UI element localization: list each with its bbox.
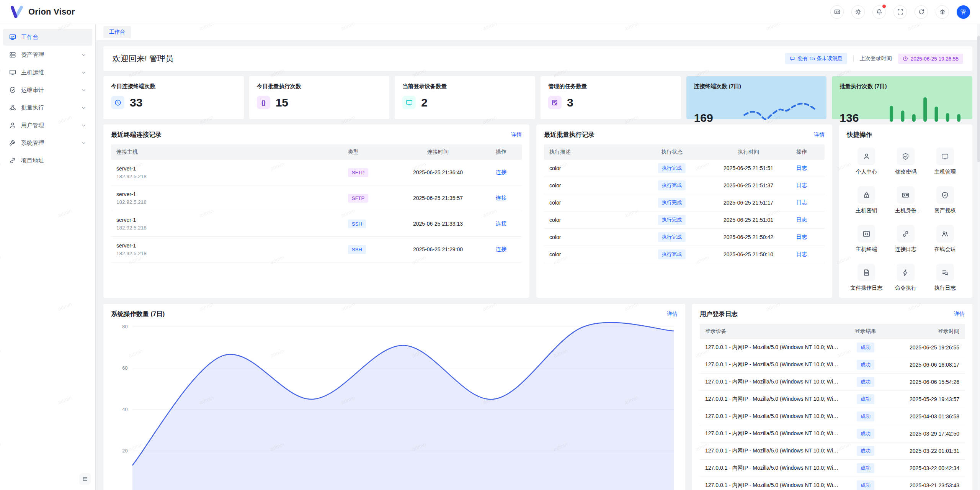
quick-action-change-password[interactable]: 修改密码	[886, 147, 926, 175]
svg-text:60: 60	[122, 365, 128, 371]
scrollbar[interactable]	[977, 24, 980, 490]
type-tag: SFTP	[348, 194, 368, 203]
sidebar-item-system[interactable]: 系统管理	[3, 134, 92, 151]
sidebar-item-host-ops[interactable]: 主机运维	[3, 64, 92, 81]
table-row: 127.0.0.1 - 内网IP - Mozilla/5.0 (Windows …	[700, 425, 965, 442]
quick-action-host-terminal[interactable]: 主机终端	[847, 225, 886, 253]
quick-action-host-identity[interactable]: 主机身份	[886, 186, 926, 214]
task-icon	[548, 96, 562, 109]
connect-time: 2025-06-25 21:35:57	[390, 195, 486, 201]
notification-button[interactable]	[872, 5, 886, 19]
unread-messages-chip[interactable]: 您有 15 条未读消息	[785, 53, 847, 64]
quick-action-asset-authorization[interactable]: 资产授权	[925, 186, 965, 214]
id-card-icon	[897, 186, 915, 204]
breadcrumb-item-workbench[interactable]: 工作台	[103, 26, 131, 38]
unread-messages-text: 您有 15 条未读消息	[798, 55, 843, 62]
table-row: color 执行完成 2025-06-25 21:50:10 日志	[544, 246, 825, 263]
log-link[interactable]: 日志	[796, 182, 807, 188]
exec-desc: color	[549, 251, 643, 257]
sidebar-item-label: 用户管理	[21, 122, 76, 129]
exec-desc: color	[549, 234, 643, 240]
quick-action-label: 资产授权	[925, 207, 965, 214]
terminal-detail-link[interactable]: 详情	[511, 131, 522, 138]
sidebar-item-batch[interactable]: 批量执行	[3, 99, 92, 116]
quick-action-label: 主机管理	[925, 169, 965, 175]
col-action: 操作	[796, 149, 819, 156]
theme-sun-icon	[855, 9, 861, 15]
sidebar-item-workbench[interactable]: 工作台	[3, 29, 92, 46]
connect-link[interactable]: 连接	[496, 220, 506, 226]
table-row: color 执行完成 2025-06-25 21:51:17 日志	[544, 194, 825, 211]
sidebar-item-project-url[interactable]: 项目地址	[3, 152, 92, 169]
log-link[interactable]: 日志	[796, 199, 807, 205]
chevron-down-icon	[81, 70, 86, 75]
settings-gear-icon	[939, 9, 946, 15]
table-header: 登录设备 登录结果 登录时间	[700, 324, 965, 339]
quick-action-label: 个人中心	[847, 169, 886, 175]
status-badge: 成功	[857, 360, 874, 370]
status-badge: 成功	[857, 377, 874, 387]
login-time: 2025-05-29 19:43:57	[887, 396, 959, 402]
login-device: 127.0.0.1 - 内网IP - Mozilla/5.0 (Windows …	[705, 465, 844, 472]
sidebar-item-users[interactable]: 用户管理	[3, 117, 92, 134]
log-link[interactable]: 日志	[796, 251, 807, 257]
connect-link[interactable]: 连接	[496, 169, 506, 175]
message-icon	[790, 56, 795, 61]
quick-action-label: 在线会话	[925, 246, 965, 253]
refresh-button[interactable]	[915, 5, 928, 19]
log-link[interactable]: 日志	[796, 165, 807, 171]
table-header: 执行描述 执行状态 执行时间 操作	[544, 144, 825, 160]
notification-dot	[882, 5, 886, 8]
assets-icon	[9, 51, 16, 58]
exec-time: 2025-06-25 21:51:17	[701, 200, 796, 206]
header-actions: 管	[830, 5, 970, 19]
quick-action-execution-log[interactable]: 执行日志	[925, 264, 965, 292]
quick-action-connection-log[interactable]: 连接日志	[886, 225, 926, 253]
host-ip: 182.92.5.218	[116, 174, 348, 179]
batch-nodes-icon	[9, 104, 16, 111]
table-row: 127.0.0.1 - 内网IP - Mozilla/5.0 (Windows …	[700, 460, 965, 477]
theme-button[interactable]	[851, 5, 865, 19]
fullscreen-button[interactable]	[893, 5, 907, 19]
code-button[interactable]	[830, 5, 844, 19]
monitor-icon	[936, 147, 954, 165]
log-link[interactable]: 日志	[796, 234, 807, 240]
col-host: 连接主机	[116, 149, 348, 156]
system-operations-chart-panel: 系统操作数量 (7日) 详情 0204060802025-06-192025-0…	[103, 304, 685, 490]
quick-actions-panel: 快捷操作 个人中心 修改密码 主机管理	[839, 125, 972, 298]
col-action: 操作	[486, 149, 516, 156]
collapse-sidebar-button[interactable]	[79, 473, 91, 485]
quick-action-host-keys[interactable]: 主机密钥	[847, 186, 886, 214]
host-name: server-1	[116, 217, 348, 223]
scrollbar-thumb[interactable]	[977, 36, 980, 162]
connect-link[interactable]: 连接	[496, 246, 506, 252]
sidebar-item-label: 运维审计	[21, 87, 76, 94]
quick-action-label: 主机密钥	[847, 207, 886, 214]
sidebar-item-audit[interactable]: 运维审计	[3, 82, 92, 98]
notification-bell-icon	[876, 9, 882, 15]
status-badge: 执行完成	[658, 198, 686, 208]
quick-action-profile[interactable]: 个人中心	[847, 147, 886, 175]
quick-action-command-execution[interactable]: 命令执行	[886, 264, 926, 292]
terminal-sparkline-chart	[740, 94, 819, 125]
quick-action-file-operation-log[interactable]: 文件操作日志	[847, 264, 886, 292]
col-device: 登录设备	[705, 328, 844, 335]
log-link[interactable]: 日志	[796, 216, 807, 223]
chevron-down-icon	[81, 52, 86, 57]
avatar[interactable]: 管	[957, 5, 970, 19]
table-row: color 执行完成 2025-06-25 21:51:01 日志	[544, 211, 825, 229]
quick-action-online-sessions[interactable]: 在线会话	[925, 225, 965, 253]
batch-executions-panel: 最近批量执行记录 详情 执行描述 执行状态 执行时间 操作 color 执行完成…	[536, 125, 832, 298]
sidebar-item-assets[interactable]: 资产管理	[3, 46, 92, 63]
quick-action-label: 执行日志	[925, 285, 965, 292]
batch-detail-link[interactable]: 详情	[814, 131, 825, 138]
quick-action-host-management[interactable]: 主机管理	[925, 147, 965, 175]
col-time: 连接时间	[390, 149, 486, 156]
connect-link[interactable]: 连接	[496, 195, 506, 201]
settings-button[interactable]	[936, 5, 949, 19]
sidebar-item-label: 主机运维	[21, 69, 76, 76]
login-detail-link[interactable]: 详情	[954, 311, 965, 318]
welcome-title: 欢迎回来! 管理员	[113, 53, 173, 64]
code-square-icon	[858, 225, 875, 243]
chart-detail-link[interactable]: 详情	[667, 311, 678, 318]
